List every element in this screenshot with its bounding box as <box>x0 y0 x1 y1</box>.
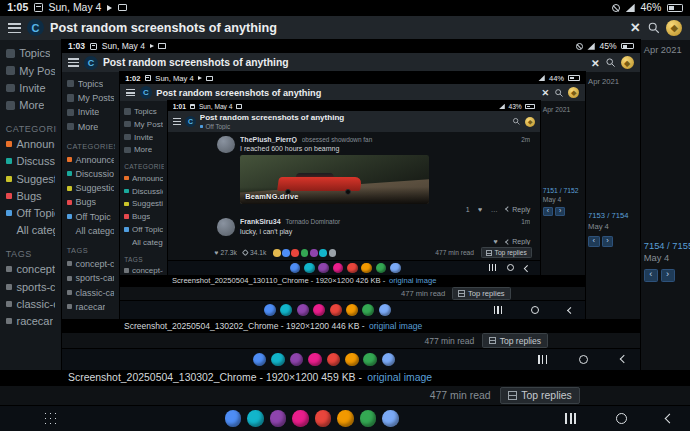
recents-button[interactable] <box>565 413 576 424</box>
sidebar-category-item[interactable]: All categories <box>66 224 116 238</box>
topic-title[interactable]: Post random screenshots of anything <box>200 113 509 123</box>
top-replies-button[interactable]: Top replies <box>452 287 510 301</box>
app-drawer-icon[interactable] <box>98 353 110 365</box>
hamburger-menu-icon[interactable] <box>126 89 136 97</box>
search-icon[interactable] <box>605 57 616 68</box>
home-button[interactable] <box>616 413 627 424</box>
poster-avatar[interactable] <box>301 249 309 257</box>
poster-avatar[interactable] <box>282 249 290 257</box>
sidebar-nav-item[interactable]: More <box>123 143 164 156</box>
sidebar-category-item[interactable]: All categories <box>4 222 56 239</box>
post-author[interactable]: FrankSiru34 <box>240 218 280 225</box>
lightbox-prev-button[interactable]: ‹ <box>543 207 553 217</box>
forum-logo[interactable]: C <box>84 56 98 70</box>
sidebar-nav-item[interactable]: My Posts <box>66 91 116 105</box>
back-button[interactable] <box>524 265 530 271</box>
poster-avatar[interactable] <box>329 249 337 257</box>
app-icon[interactable] <box>315 410 332 427</box>
lightbox-image[interactable]: 1:01 Sun, May 4 <box>168 101 540 274</box>
like-heart-icon[interactable]: ♥ <box>478 206 482 213</box>
poster-avatar[interactable] <box>273 249 281 257</box>
sidebar-nav-item[interactable]: My Posts <box>123 118 164 131</box>
app-icon[interactable] <box>297 304 309 316</box>
app-icon[interactable] <box>361 263 372 274</box>
sidebar-tag-item[interactable]: concept-car <box>4 261 56 278</box>
top-replies-button[interactable]: Top replies <box>500 387 580 404</box>
topic-title[interactable]: Post random screenshots of anything <box>50 21 624 35</box>
close-icon[interactable]: ✕ <box>541 87 549 98</box>
sidebar-tag-item[interactable]: sports-car <box>4 278 56 295</box>
app-drawer-icon[interactable] <box>150 305 161 316</box>
close-icon[interactable]: ✕ <box>630 20 641 35</box>
timeline-position[interactable]: 7151 / 7152 <box>543 187 579 194</box>
sidebar-category-item[interactable]: Suggestions <box>66 181 116 195</box>
poster-avatar[interactable] <box>217 218 235 236</box>
app-icon[interactable] <box>347 263 358 274</box>
sidebar-nav-item[interactable]: Topics <box>66 77 116 91</box>
sidebar-tag-item[interactable]: sports-car <box>66 271 116 285</box>
timeline-position[interactable]: 7153 / 7154 <box>588 211 628 220</box>
app-icon[interactable] <box>318 263 329 274</box>
sidebar-tag-item[interactable]: racecar <box>4 312 56 329</box>
more-actions-icon[interactable]: … <box>491 206 498 213</box>
user-avatar[interactable]: ◆ <box>525 117 535 127</box>
lightbox-next-button[interactable]: › <box>555 207 565 217</box>
like-heart-icon[interactable]: ♥ <box>493 238 497 245</box>
app-icon[interactable] <box>327 353 341 367</box>
app-icon[interactable] <box>225 410 242 427</box>
sidebar-category-item[interactable]: Off Topic <box>123 223 164 236</box>
hamburger-menu-icon[interactable] <box>8 23 21 33</box>
original-image-link[interactable]: original image <box>367 372 432 383</box>
app-icon[interactable] <box>270 410 287 427</box>
app-drawer-icon[interactable] <box>192 263 201 272</box>
app-icon[interactable] <box>308 353 322 367</box>
app-icon[interactable] <box>345 353 359 367</box>
app-icon[interactable] <box>280 304 292 316</box>
reply-button[interactable]: Reply <box>506 206 530 213</box>
lightbox-prev-button[interactable]: ‹ <box>588 236 599 247</box>
forum-logo[interactable]: C <box>27 19 44 36</box>
sidebar-tag-item[interactable]: classic-car <box>66 285 116 299</box>
sidebar-category-item[interactable]: Bugs <box>4 187 56 204</box>
app-icon[interactable] <box>382 410 399 427</box>
timeline-start-date[interactable]: Apr 2021 <box>644 45 682 55</box>
sidebar-category-item[interactable]: Off Topic <box>4 205 56 222</box>
recents-button[interactable] <box>538 355 547 364</box>
sidebar-nav-item[interactable]: Invite <box>66 105 116 119</box>
home-button[interactable] <box>507 264 514 271</box>
app-icon[interactable] <box>247 410 264 427</box>
topic-title[interactable]: Post random screenshots of anything <box>156 88 537 98</box>
home-button[interactable] <box>579 355 588 364</box>
hamburger-menu-icon[interactable] <box>68 58 79 67</box>
sidebar-category-item[interactable]: Announcements <box>123 172 164 185</box>
lightbox-next-button[interactable]: › <box>661 269 675 282</box>
app-icon[interactable] <box>363 353 377 367</box>
timeline-start-date[interactable]: Apr 2021 <box>543 106 571 113</box>
sidebar-category-item[interactable]: Suggestions <box>4 170 56 187</box>
user-avatar[interactable]: ◆ <box>568 87 580 99</box>
search-icon[interactable] <box>554 88 564 98</box>
sidebar-category-item[interactable]: Discussion <box>123 185 164 198</box>
app-icon[interactable] <box>382 353 396 367</box>
app-icon[interactable] <box>346 304 358 316</box>
poster-avatar[interactable] <box>217 136 235 154</box>
topic-title[interactable]: Post random screenshots of anything <box>103 57 586 68</box>
app-icon[interactable] <box>360 410 377 427</box>
app-icon[interactable] <box>362 304 374 316</box>
sidebar-tag-item[interactable]: concept-car <box>123 264 164 275</box>
sidebar-category-item[interactable]: Discussion <box>66 167 116 181</box>
recents-button[interactable] <box>494 306 502 314</box>
poster-avatar[interactable] <box>319 249 327 257</box>
sidebar-category-item[interactable]: Announcements <box>4 136 56 153</box>
app-icon[interactable] <box>333 263 344 274</box>
top-replies-button[interactable]: Top replies <box>482 333 548 348</box>
sidebar-category-item[interactable]: Off Topic <box>66 210 116 224</box>
sidebar-nav-item[interactable]: Invite <box>123 131 164 144</box>
sidebar-nav-item[interactable]: More <box>4 97 56 114</box>
user-avatar[interactable]: ◆ <box>621 56 634 69</box>
app-icon[interactable] <box>253 353 267 367</box>
sidebar-nav-item[interactable]: Invite <box>4 79 56 96</box>
app-icon[interactable] <box>376 263 387 274</box>
poster-avatar[interactable] <box>291 249 299 257</box>
sidebar-category-item[interactable]: Bugs <box>123 210 164 223</box>
